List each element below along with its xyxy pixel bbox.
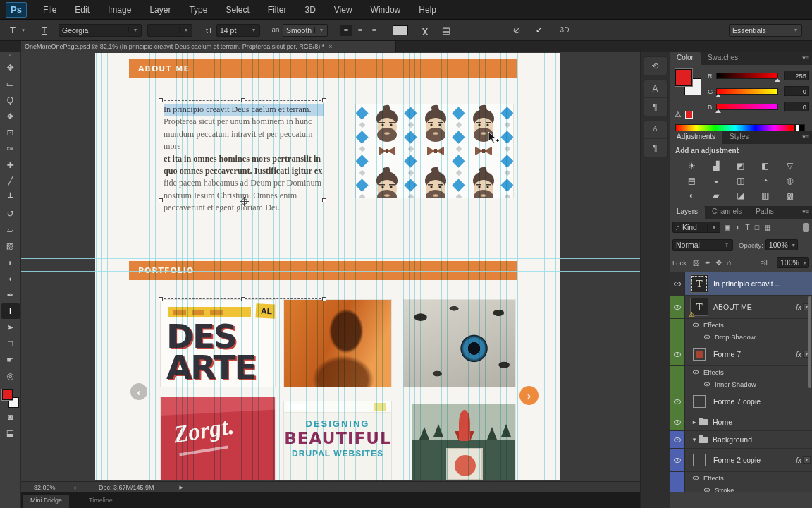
layer-body[interactable]: ▾Background: [685, 431, 812, 448]
cancel-edits-icon[interactable]: ⊘: [510, 25, 524, 35]
visibility-eye-icon[interactable]: [674, 458, 681, 463]
foreground-color-swatch[interactable]: [2, 389, 13, 400]
type-tool[interactable]: T: [1, 303, 20, 319]
transform-handle[interactable]: [241, 297, 245, 301]
align-center-icon[interactable]: ≡: [354, 25, 367, 36]
transform-handle[interactable]: [322, 198, 326, 202]
portfolio-thumb-drupal[interactable]: DESIGNING BEAUTIFUL DRUPAL WEBSITES: [284, 401, 391, 480]
layer-body[interactable]: ▸Home: [685, 413, 812, 430]
tab-timeline[interactable]: Timeline: [82, 495, 120, 508]
carousel-prev-button[interactable]: ‹: [130, 383, 147, 400]
pattern-image[interactable]: [356, 104, 513, 198]
panel-menu-icon[interactable]: ▾≡: [802, 208, 809, 215]
filter-pixel-layers-icon[interactable]: ▣: [724, 223, 731, 231]
character-styles-icon[interactable]: ᴬ: [644, 121, 667, 139]
curves-icon[interactable]: ◩: [729, 158, 753, 173]
effect-row[interactable]: Effects: [670, 366, 812, 378]
visibility-eye-icon[interactable]: [674, 305, 681, 310]
layer-row[interactable]: Forme 7 copie: [670, 390, 812, 413]
portfolio-thumb-poster[interactable]: AL DES ARTE: [161, 300, 275, 387]
commit-edits-icon[interactable]: ✓: [532, 25, 546, 35]
history-brush-tool[interactable]: ↺: [1, 206, 20, 222]
layers-scrollbar[interactable]: [808, 296, 811, 388]
channel-value[interactable]: 0: [784, 86, 809, 96]
quick-selection-tool[interactable]: ❖: [1, 109, 20, 124]
hand-tool[interactable]: ☛: [1, 352, 20, 368]
menu-image[interactable]: Image: [99, 5, 140, 15]
filter-adjustment-layers-icon[interactable]: ◐: [736, 223, 740, 231]
lock-all-icon[interactable]: ⌂: [727, 258, 731, 267]
effect-row[interactable]: Stroke: [670, 484, 812, 492]
menu-3d[interactable]: 3D: [295, 5, 324, 15]
slider-marker[interactable]: [775, 78, 780, 82]
layer-body[interactable]: TIn principio creavit ...: [685, 272, 812, 295]
tab-channels[interactable]: Channels: [705, 206, 749, 219]
zoom-tool[interactable]: ◎: [1, 368, 20, 384]
eyedropper-tool[interactable]: ✑: [1, 141, 20, 157]
eraser-tool[interactable]: ▱: [1, 222, 20, 238]
menu-type[interactable]: Type: [180, 5, 216, 15]
effect-visibility-eye-icon[interactable]: [704, 382, 710, 387]
effect-row[interactable]: Effects: [670, 472, 812, 484]
threshold-icon[interactable]: ◪: [729, 188, 753, 202]
tab-paths[interactable]: Paths: [749, 206, 781, 219]
effect-visibility-eye-icon[interactable]: [693, 476, 699, 480]
layer-body[interactable]: Forme 2 copiefx▾: [685, 449, 812, 471]
selective-color-icon[interactable]: ▩: [777, 188, 802, 202]
paragraph-styles-icon[interactable]: ¶: [644, 139, 667, 157]
layer-body[interactable]: Forme 7fx▾: [685, 343, 812, 365]
lock-transparency-icon[interactable]: ▨: [693, 258, 700, 267]
portfolio-thumb-leopard-eye[interactable]: [404, 300, 515, 387]
portfolio-thumb-rocket[interactable]: [412, 404, 515, 480]
portfolio-thumb-portrait[interactable]: [284, 300, 391, 387]
transform-handle[interactable]: [322, 297, 326, 301]
quick-mask-icon[interactable]: ◙: [1, 409, 20, 425]
posterize-icon[interactable]: ▰: [704, 188, 729, 202]
channel-slider[interactable]: [716, 73, 778, 79]
tab-color[interactable]: Color: [670, 52, 701, 65]
visibility-eye-icon[interactable]: [674, 282, 681, 286]
menu-select[interactable]: Select: [216, 5, 258, 15]
channel-slider[interactable]: [716, 88, 778, 95]
invert-icon[interactable]: ◐: [679, 188, 704, 202]
layer-body[interactable]: Forme 7 copie: [685, 390, 812, 413]
visibility-eye-icon[interactable]: [674, 420, 681, 425]
transform-handle[interactable]: [159, 198, 163, 202]
effect-row[interactable]: Effects: [670, 319, 812, 331]
slider-marker[interactable]: [715, 109, 721, 113]
exposure-icon[interactable]: ◧: [753, 158, 777, 173]
healing-brush-tool[interactable]: ✚: [1, 157, 20, 173]
channel-value[interactable]: 0: [784, 102, 809, 111]
paragraph-icon[interactable]: ¶: [644, 98, 667, 116]
channel-slider[interactable]: [716, 104, 778, 110]
document-tab[interactable]: OneMoreOnePage.psd @ 82,1% (In principio…: [21, 41, 396, 52]
black-white-icon[interactable]: ◫: [729, 173, 753, 188]
visibility-eye-icon[interactable]: [674, 352, 681, 357]
effect-visibility-eye-icon[interactable]: [704, 335, 710, 339]
layer-filter-toggle[interactable]: [803, 223, 809, 232]
panel-menu-icon[interactable]: ▾≡: [802, 133, 809, 140]
transform-handle[interactable]: [322, 98, 326, 102]
layer-row[interactable]: Forme 2 copiefx▾: [670, 449, 812, 472]
document-viewport[interactable]: ABOUT ME In principio creavit Deus caelu…: [21, 52, 640, 481]
history-icon[interactable]: ⟲: [644, 57, 667, 75]
effects-collapse-icon[interactable]: ▾: [803, 456, 811, 464]
tab-layers[interactable]: Layers: [670, 206, 705, 219]
menu-layer[interactable]: Layer: [140, 5, 180, 15]
tab-styles[interactable]: Styles: [722, 131, 756, 144]
clone-stamp-tool[interactable]: ┻: [1, 190, 20, 205]
effect-visibility-eye-icon[interactable]: [693, 323, 699, 327]
brightness-contrast-icon[interactable]: ☀: [679, 158, 704, 173]
levels-icon[interactable]: ▟: [704, 158, 729, 173]
close-tab-icon[interactable]: ×: [328, 43, 332, 50]
transform-handle[interactable]: [159, 98, 163, 102]
transform-handle[interactable]: [159, 297, 163, 301]
gradient-tool[interactable]: ▧: [1, 238, 20, 254]
group-expanded-icon[interactable]: ▾: [690, 436, 699, 443]
tab-adjustments[interactable]: Adjustments: [670, 131, 722, 144]
menu-edit[interactable]: Edit: [66, 5, 99, 15]
text-color-swatch[interactable]: [393, 25, 408, 35]
lasso-tool[interactable]: Ϙ: [1, 92, 20, 108]
layer-row[interactable]: ▾Background: [670, 431, 812, 449]
lock-position-icon[interactable]: ✥: [715, 258, 722, 267]
